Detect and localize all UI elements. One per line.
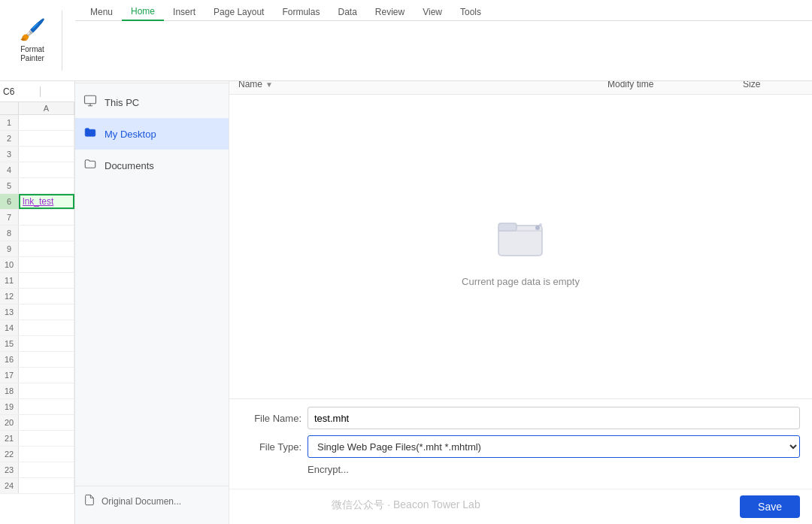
dialog-sidebar: My Cloud Files This PC My Desktop — [71, 41, 229, 524]
dialog-footer: Save — [229, 489, 812, 524]
table-row: 7 — [0, 210, 74, 226]
tab-home[interactable]: Home — [122, 3, 164, 21]
sidebar-item-desktop[interactable]: My Desktop — [71, 118, 229, 150]
file-name-row: File Name: — [241, 407, 800, 429]
file-name-label: File Name: — [241, 413, 301, 424]
table-row: 14 — [0, 320, 74, 336]
table-row: 8 — [0, 226, 74, 241]
sidebar-item-original-doc-label: Original Documen... — [102, 496, 181, 507]
computer-icon — [83, 94, 97, 111]
tab-review[interactable]: Review — [366, 4, 414, 22]
dialog-body: My Cloud Files This PC My Desktop — [71, 41, 812, 524]
table-row: 20 — [0, 415, 74, 431]
col-a-header: A — [19, 102, 74, 114]
encrypt-label[interactable]: Encrypt... — [308, 464, 349, 475]
sort-icon: ▼ — [265, 80, 273, 89]
tab-formulas[interactable]: Formulas — [273, 4, 329, 22]
cell-reference: C6 — [3, 86, 41, 97]
svg-rect-14 — [498, 223, 517, 231]
dialog-content-area: « Users › john › My Desktop › Create Fol… — [229, 41, 812, 524]
tab-menu[interactable]: Menu — [81, 4, 122, 22]
format-painter-label: Format Painter — [9, 45, 56, 63]
file-type-select[interactable]: Single Web Page Files(*.mht *.mhtml) — [308, 435, 800, 458]
file-type-row: File Type: Single Web Page Files(*.mht *… — [241, 435, 800, 458]
table-row: 2 — [0, 131, 74, 147]
encrypt-row: Encrypt... — [241, 464, 800, 475]
table-row: 22 — [0, 447, 74, 462]
svg-point-15 — [535, 226, 540, 230]
table-row: 3 — [0, 147, 74, 162]
svg-point-16 — [539, 223, 542, 226]
empty-folder-icon — [491, 207, 551, 267]
table-row: 10 — [0, 257, 74, 273]
file-type-label: File Type: — [241, 441, 301, 453]
format-painter-icon: 🖌️ — [20, 17, 46, 42]
row-num-header — [0, 102, 19, 114]
table-row: 23 — [0, 462, 74, 478]
table-row: 19 — [0, 399, 74, 415]
table-row: 1 — [0, 115, 74, 131]
sidebar-item-this-pc[interactable]: This PC — [71, 86, 229, 118]
tab-view[interactable]: View — [414, 4, 451, 22]
spreadsheet-rows: 1 2 3 4 5 6lnk_test 7 8 9 10 11 12 13 14… — [0, 115, 74, 494]
table-row: 11 — [0, 273, 74, 289]
tab-page-layout[interactable]: Page Layout — [205, 4, 273, 22]
dialog-form: File Name: File Type: Single Web Page Fi… — [229, 398, 812, 489]
file-name-input[interactable] — [308, 407, 800, 429]
sidebar-spacer — [71, 181, 229, 486]
empty-state: Current page data is empty — [229, 95, 812, 398]
table-row: 21 — [0, 431, 74, 447]
table-row: 18 — [0, 383, 74, 399]
tab-tools[interactable]: Tools — [451, 4, 490, 22]
svg-rect-0 — [85, 95, 96, 104]
formula-bar: C6 — [0, 81, 74, 102]
tab-insert[interactable]: Insert — [164, 4, 205, 22]
table-row: 5 — [0, 178, 74, 194]
table-row: 17 — [0, 368, 74, 383]
table-row: 4 — [0, 162, 74, 178]
table-row: 9 — [0, 241, 74, 257]
table-row[interactable]: 6lnk_test — [0, 194, 74, 210]
table-row: 15 — [0, 336, 74, 352]
sidebar-divider — [71, 83, 229, 83]
empty-state-message: Current page data is empty — [462, 276, 580, 287]
table-row: 13 — [0, 304, 74, 320]
sidebar-item-documents[interactable]: Documents — [71, 150, 229, 181]
folder-icon-documents — [83, 157, 97, 174]
toolbar-divider — [62, 11, 62, 71]
format-painter-button[interactable]: 🖌️ Format Painter — [6, 7, 59, 74]
sidebar-item-documents-label: Documents — [105, 160, 154, 171]
sidebar-item-this-pc-label: This PC — [105, 97, 139, 108]
table-row: 24 — [0, 478, 74, 494]
folder-icon-desktop — [83, 126, 97, 142]
table-row: 16 — [0, 352, 74, 368]
cell-link-value: lnk_test — [23, 196, 53, 207]
sidebar-item-desktop-label: My Desktop — [105, 129, 156, 140]
table-row: 12 — [0, 289, 74, 304]
document-icon — [83, 494, 95, 509]
tab-data[interactable]: Data — [329, 4, 365, 22]
save-button[interactable]: Save — [740, 495, 800, 518]
sidebar-item-original-doc[interactable]: Original Documen... — [71, 486, 229, 516]
